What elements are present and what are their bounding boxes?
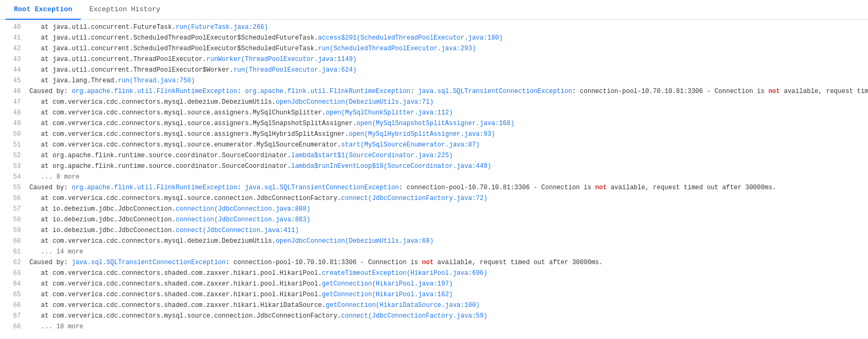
line-text: at io.debezium.jdbc.JdbcConnection.conne… bbox=[29, 204, 868, 214]
stack-trace-line: 56 at com.ververica.cdc.connectors.mysql… bbox=[0, 193, 868, 204]
stack-trace-line: 63 at com.ververica.cdc.connectors.shade… bbox=[0, 268, 868, 279]
stack-trace-line: 51 at com.ververica.cdc.connectors.mysql… bbox=[0, 140, 868, 150]
line-number: 58 bbox=[0, 215, 29, 225]
stack-trace-line: 40 at java.util.concurrent.FutureTask.ru… bbox=[0, 22, 868, 33]
stack-trace-line: 50 at com.ververica.cdc.connectors.mysql… bbox=[0, 129, 868, 140]
stack-trace-line: 47 at com.ververica.cdc.connectors.mysql… bbox=[0, 97, 868, 107]
line-number: 53 bbox=[0, 161, 29, 171]
stack-trace-line: 68 ... 18 more bbox=[0, 321, 868, 332]
line-number: 67 bbox=[0, 311, 29, 321]
line-number: 49 bbox=[0, 119, 29, 128]
stack-trace-line: 54 ... 8 more bbox=[0, 172, 868, 182]
line-number: 52 bbox=[0, 151, 29, 160]
stack-trace-line: 45 at java.lang.Thread.run(Thread.java:7… bbox=[0, 75, 868, 86]
exception-content: 40 at java.util.concurrent.FutureTask.ru… bbox=[0, 20, 868, 336]
line-number: 64 bbox=[0, 279, 29, 289]
tab-exception-history[interactable]: Exception History bbox=[81, 0, 169, 20]
line-text: at org.apache.flink.runtime.source.coord… bbox=[29, 151, 868, 160]
line-text: Caused by: java.sql.SQLTransientConnecti… bbox=[29, 258, 868, 267]
line-number: 47 bbox=[0, 97, 29, 107]
stack-trace-line: 57 at io.debezium.jdbc.JdbcConnection.co… bbox=[0, 204, 868, 214]
line-text: at com.ververica.cdc.connectors.mysql.so… bbox=[29, 140, 868, 150]
line-text: at java.util.concurrent.ScheduledThreadP… bbox=[29, 33, 868, 43]
line-number: 66 bbox=[0, 301, 29, 310]
line-text: at com.ververica.cdc.connectors.shaded.c… bbox=[29, 301, 868, 310]
stack-trace-line: 41 at java.util.concurrent.ScheduledThre… bbox=[0, 33, 868, 43]
line-text: at com.ververica.cdc.connectors.mysql.so… bbox=[29, 119, 868, 128]
stack-trace-line: 49 at com.ververica.cdc.connectors.mysql… bbox=[0, 118, 868, 129]
line-text: ... 8 more bbox=[29, 172, 868, 182]
stack-trace-line: 64 at com.ververica.cdc.connectors.shade… bbox=[0, 279, 868, 289]
line-text: at java.util.concurrent.ScheduledThreadP… bbox=[29, 44, 868, 53]
stack-trace-line: 67 at com.ververica.cdc.connectors.mysql… bbox=[0, 311, 868, 321]
line-number: 54 bbox=[0, 172, 29, 182]
tabs-container: Root Exception Exception History bbox=[0, 0, 868, 20]
line-text: at java.lang.Thread.run(Thread.java:750) bbox=[29, 76, 868, 86]
line-number: 43 bbox=[0, 55, 29, 64]
line-number: 55 bbox=[0, 183, 29, 192]
stack-trace-line: 58 at io.debezium.jdbc.JdbcConnection.co… bbox=[0, 214, 868, 225]
line-text: ... 14 more bbox=[29, 247, 868, 257]
stack-trace-line: 62Caused by: java.sql.SQLTransientConnec… bbox=[0, 257, 868, 268]
line-text: ... 18 more bbox=[29, 322, 868, 332]
line-number: 61 bbox=[0, 247, 29, 257]
line-text: at org.apache.flink.runtime.source.coord… bbox=[29, 161, 868, 171]
stack-trace-line: 52 at org.apache.flink.runtime.source.co… bbox=[0, 150, 868, 161]
line-text: at com.ververica.cdc.connectors.shaded.c… bbox=[29, 279, 868, 289]
stack-trace-line: 65 at com.ververica.cdc.connectors.shade… bbox=[0, 289, 868, 300]
line-text: at com.ververica.cdc.connectors.mysql.de… bbox=[29, 236, 868, 246]
line-number: 56 bbox=[0, 194, 29, 203]
stack-trace-line: 48 at com.ververica.cdc.connectors.mysql… bbox=[0, 107, 868, 118]
line-text: at java.util.concurrent.ThreadPoolExecut… bbox=[29, 55, 868, 64]
tab-root-exception[interactable]: Root Exception bbox=[5, 0, 81, 20]
stack-trace-line: 55Caused by: org.apache.flink.util.Flink… bbox=[0, 182, 868, 193]
line-number: 50 bbox=[0, 129, 29, 139]
line-text: at com.ververica.cdc.connectors.mysql.so… bbox=[29, 311, 868, 321]
line-number: 42 bbox=[0, 44, 29, 53]
line-text: at com.ververica.cdc.connectors.mysql.so… bbox=[29, 108, 868, 118]
stack-trace-line: 66 at com.ververica.cdc.connectors.shade… bbox=[0, 300, 868, 311]
line-number: 41 bbox=[0, 33, 29, 43]
line-text: Caused by: org.apache.flink.util.FlinkRu… bbox=[29, 183, 868, 192]
line-text: at com.ververica.cdc.connectors.mysql.de… bbox=[29, 97, 868, 107]
stack-trace-line: 60 at com.ververica.cdc.connectors.mysql… bbox=[0, 236, 868, 246]
line-number: 40 bbox=[0, 22, 29, 32]
line-number: 63 bbox=[0, 268, 29, 278]
line-number: 45 bbox=[0, 76, 29, 86]
stack-trace-line: 46Caused by: org.apache.flink.util.Flink… bbox=[0, 86, 868, 97]
line-number: 60 bbox=[0, 236, 29, 246]
stack-trace-line: 61 ... 14 more bbox=[0, 246, 868, 257]
line-number: 68 bbox=[0, 322, 29, 332]
line-number: 59 bbox=[0, 226, 29, 235]
stack-trace-line: 44 at java.util.concurrent.ThreadPoolExe… bbox=[0, 65, 868, 75]
line-text: at io.debezium.jdbc.JdbcConnection.conne… bbox=[29, 215, 868, 225]
stack-trace-line: 42 at java.util.concurrent.ScheduledThre… bbox=[0, 43, 868, 54]
stack-trace-line: 43 at java.util.concurrent.ThreadPoolExe… bbox=[0, 54, 868, 65]
line-text: Caused by: org.apache.flink.util.FlinkRu… bbox=[29, 87, 868, 96]
line-text: at com.ververica.cdc.connectors.mysql.so… bbox=[29, 129, 868, 139]
stack-trace-line: 53 at org.apache.flink.runtime.source.co… bbox=[0, 161, 868, 172]
tab-bar: Root Exception Exception History bbox=[0, 0, 868, 20]
line-number: 65 bbox=[0, 290, 29, 299]
stack-trace-line: 59 at io.debezium.jdbc.JdbcConnection.co… bbox=[0, 225, 868, 236]
line-text: at java.util.concurrent.FutureTask.run(F… bbox=[29, 22, 868, 32]
line-text: at io.debezium.jdbc.JdbcConnection.conne… bbox=[29, 226, 868, 235]
line-text: at com.ververica.cdc.connectors.shaded.c… bbox=[29, 290, 868, 299]
line-number: 51 bbox=[0, 140, 29, 150]
line-text: at java.util.concurrent.ThreadPoolExecut… bbox=[29, 65, 868, 75]
line-number: 57 bbox=[0, 204, 29, 214]
line-number: 48 bbox=[0, 108, 29, 118]
line-number: 46 bbox=[0, 87, 29, 96]
line-text: at com.ververica.cdc.connectors.mysql.so… bbox=[29, 194, 868, 203]
line-number: 62 bbox=[0, 258, 29, 267]
line-text: at com.ververica.cdc.connectors.shaded.c… bbox=[29, 268, 868, 278]
line-number: 44 bbox=[0, 65, 29, 75]
